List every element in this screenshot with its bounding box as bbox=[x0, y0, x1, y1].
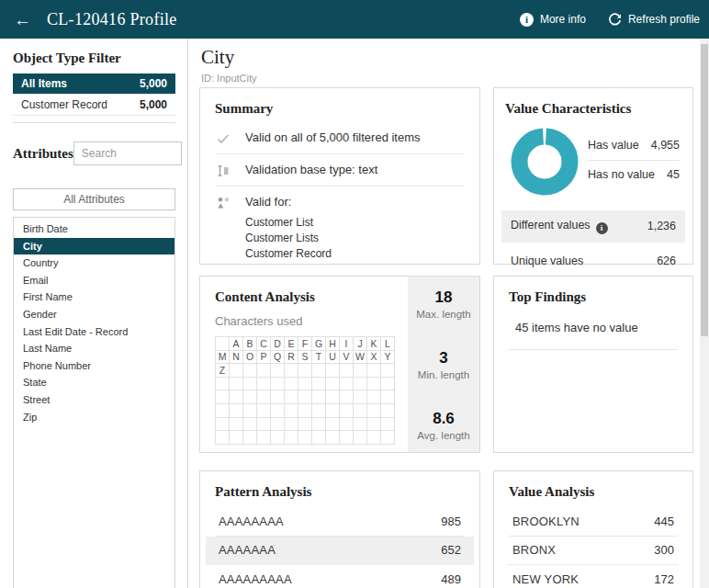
char-cell bbox=[367, 404, 381, 418]
valid-for-item: Customer Lists bbox=[245, 231, 332, 246]
value-analysis-card: Value Analysis BROOKLYN445BRONX300NEW YO… bbox=[493, 470, 693, 588]
char-cell bbox=[285, 431, 298, 445]
has-value-row: Has value 4,955 bbox=[588, 131, 680, 161]
stat-label: Max. length bbox=[416, 309, 470, 320]
char-cell: D bbox=[271, 337, 285, 351]
char-cell bbox=[216, 337, 230, 351]
char-cell bbox=[257, 418, 271, 432]
char-cell bbox=[257, 378, 271, 391]
char-cell bbox=[354, 364, 367, 378]
char-cell bbox=[326, 378, 340, 391]
char-cell: F bbox=[298, 337, 312, 351]
vertical-scrollbar[interactable] bbox=[700, 39, 709, 588]
summary-row: Validation base type: text bbox=[215, 154, 465, 187]
char-cell bbox=[340, 378, 354, 391]
finding-item[interactable]: 45 items have no value bbox=[509, 305, 678, 350]
length-stat: 3Min. length bbox=[418, 349, 469, 380]
char-cell: B bbox=[243, 337, 257, 351]
char-cell bbox=[298, 378, 312, 391]
more-info-button[interactable]: i More info bbox=[520, 13, 586, 27]
char-cell bbox=[216, 404, 230, 418]
attribute-list-item[interactable]: Email bbox=[14, 272, 174, 289]
attribute-id-subtitle: ID: InputCity bbox=[201, 73, 257, 84]
attribute-list-item[interactable]: Zip bbox=[14, 409, 174, 426]
pattern-row[interactable]: AAAAAAAAA489 bbox=[215, 565, 465, 588]
valid-for-item: Customer Record bbox=[245, 246, 332, 262]
scrollbar-thumb[interactable] bbox=[701, 44, 708, 336]
char-cell bbox=[354, 431, 367, 445]
char-cell bbox=[230, 404, 243, 418]
attribute-list-item[interactable]: Gender bbox=[14, 306, 174, 323]
pattern-list: AAAAAAAA985AAAAAAA652AAAAAAAAA489 bbox=[215, 507, 465, 588]
value-text: BRONX bbox=[512, 543, 556, 557]
summary-row-body: Validation base type: text bbox=[245, 163, 377, 176]
char-cell bbox=[243, 364, 257, 378]
char-cell bbox=[271, 404, 285, 418]
pattern-row[interactable]: AAAAAAAA985 bbox=[215, 507, 465, 537]
top-findings-list: 45 items have no value bbox=[509, 305, 678, 350]
pattern-text: AAAAAAAAA bbox=[219, 572, 292, 586]
char-cell: N bbox=[230, 351, 243, 365]
attribute-list-item[interactable]: Last Name bbox=[14, 340, 174, 357]
attribute-list-item[interactable]: Phone Number bbox=[14, 357, 174, 375]
refresh-profile-button[interactable]: Refresh profile bbox=[608, 13, 700, 27]
value-text: NEW YORK bbox=[512, 572, 579, 586]
back-button[interactable]: ← bbox=[14, 11, 31, 28]
different-values-row: Different valuesi 1,236 bbox=[501, 210, 685, 243]
has-no-value-count: 45 bbox=[667, 168, 680, 181]
char-cell bbox=[230, 390, 243, 404]
char-cell bbox=[216, 378, 230, 391]
char-cell bbox=[312, 390, 326, 404]
char-cell: A bbox=[230, 337, 243, 351]
char-cell bbox=[298, 364, 312, 378]
char-cell bbox=[326, 364, 340, 378]
info-icon[interactable]: i bbox=[596, 222, 608, 234]
valid-for-item: Customer List bbox=[245, 215, 332, 231]
char-cell bbox=[381, 390, 395, 404]
object-type-filter-item[interactable]: All Items5,000 bbox=[13, 74, 175, 95]
char-cell bbox=[312, 418, 326, 432]
char-cell bbox=[381, 378, 395, 391]
attribute-list-item[interactable]: Last Edit Date - Record bbox=[14, 323, 174, 341]
attribute-search-input[interactable] bbox=[73, 141, 182, 165]
char-cell bbox=[298, 418, 312, 432]
char-cell bbox=[381, 431, 395, 445]
object-type-filter-item[interactable]: Customer Record5,000 bbox=[13, 95, 175, 116]
char-cell: J bbox=[354, 337, 367, 351]
page-title: CL-120416 Profile bbox=[47, 10, 177, 29]
char-cell: O bbox=[243, 351, 257, 365]
char-cell: X bbox=[367, 351, 381, 365]
char-cell bbox=[243, 378, 257, 391]
summary-valid-for-list: Customer ListCustomer ListsCustomer Reco… bbox=[245, 215, 332, 262]
all-attributes-button[interactable]: All Attributes bbox=[13, 188, 175, 210]
value-row[interactable]: BROOKLYN445 bbox=[509, 507, 678, 537]
attribute-list-item[interactable]: Country bbox=[14, 254, 174, 272]
char-cell: U bbox=[326, 351, 340, 365]
attribute-list-item[interactable]: City bbox=[14, 238, 174, 255]
attribute-list-item[interactable]: State bbox=[14, 374, 174, 391]
char-cell bbox=[381, 364, 395, 378]
attribute-list-item[interactable]: First Name bbox=[14, 288, 174, 306]
char-cell bbox=[354, 390, 367, 404]
attribute-list-item[interactable]: Birth Date bbox=[14, 220, 174, 238]
characters-used-grid: ABCDEFGHIJKLMNOPQRSTUVWXYZ bbox=[215, 336, 395, 445]
pattern-row[interactable]: AAAAAAA652 bbox=[206, 537, 474, 566]
summary-row-body: Valid for:Customer ListCustomer ListsCus… bbox=[245, 195, 332, 262]
attribute-list-item[interactable]: Street bbox=[14, 391, 174, 409]
unique-values-label: Unique values bbox=[511, 254, 583, 267]
attribute-page-title: City bbox=[201, 46, 234, 69]
char-cell: P bbox=[257, 351, 271, 365]
char-cell bbox=[354, 418, 367, 432]
value-row[interactable]: BRONX300 bbox=[509, 537, 678, 566]
summary-row: Valid on all of 5,000 filtered items bbox=[215, 122, 465, 154]
object-types-icon bbox=[215, 196, 231, 210]
char-cell: T bbox=[312, 351, 326, 365]
object-type-filter-title: Object Type Filter bbox=[13, 51, 121, 66]
filter-item-label: Customer Record bbox=[21, 98, 107, 111]
filter-item-label: All Items bbox=[21, 77, 67, 90]
summary-row-text: Valid for: bbox=[245, 195, 332, 209]
value-row[interactable]: NEW YORK172 bbox=[509, 565, 678, 588]
char-cell bbox=[312, 431, 326, 445]
filter-item-count: 5,000 bbox=[140, 77, 167, 90]
value-characteristics-title: Value Characteristics bbox=[505, 101, 681, 117]
